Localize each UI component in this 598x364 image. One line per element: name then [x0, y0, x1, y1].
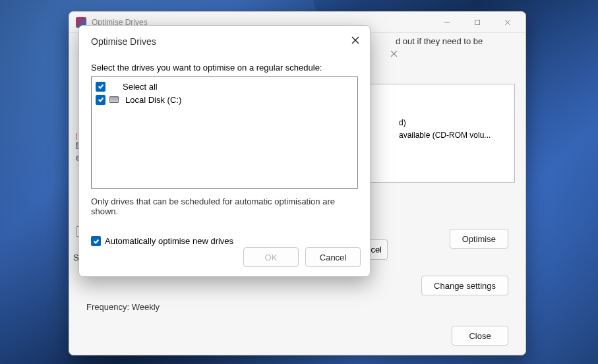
status-ok-fragment: d) [399, 118, 406, 127]
close-button[interactable] [493, 13, 523, 32]
select-all-label: Select all [123, 82, 158, 92]
cancel-button[interactable]: Cancel [305, 247, 361, 267]
select-all-checkbox[interactable] [96, 82, 105, 92]
frequency-text: Frequency: Weekly [86, 302, 160, 312]
hard-disk-icon [109, 96, 119, 103]
instruction-text: Select the drives you want to optimise o… [91, 63, 358, 73]
hint-text: Only drives that can be scheduled for au… [91, 197, 358, 216]
local-disk-item[interactable]: Local Disk (C:) [96, 93, 353, 106]
dialog-title: Optimise Drives [91, 36, 358, 47]
ok-button[interactable]: OK [243, 247, 299, 267]
local-disk-label: Local Disk (C:) [125, 95, 181, 105]
close-button-footer[interactable]: Close [452, 326, 508, 346]
optimise-button[interactable]: Optimise [450, 229, 508, 249]
drive-selection-list[interactable]: Select all Local Disk (C:) [91, 76, 358, 189]
status-cdrom-fragment: available (CD-ROM volu... [399, 131, 491, 140]
maximize-button[interactable] [462, 13, 493, 32]
cancel-label: Cancel [320, 253, 346, 262]
svg-rect-1 [475, 20, 480, 24]
close-icon[interactable] [347, 32, 363, 48]
minimize-button[interactable] [432, 13, 462, 32]
select-all-item[interactable]: Select all [96, 80, 353, 93]
auto-optimise-label: Automatically optimise new drives [105, 236, 233, 246]
optimise-drives-schedule-dialog: Optimise Drives Select the drives you wa… [78, 25, 371, 277]
change-settings-button[interactable]: Change settings [421, 276, 508, 295]
description-fragment-right: d out if they need to be [396, 36, 483, 46]
optimise-label: Optimise [462, 234, 496, 244]
intermediate-dialog-close-icon[interactable] [386, 46, 401, 61]
cancel-label-fragment: cel [371, 245, 382, 255]
close-label: Close [469, 331, 491, 341]
auto-optimise-checkbox[interactable] [91, 236, 101, 246]
ok-label: OK [265, 253, 278, 262]
local-disk-checkbox[interactable] [96, 95, 105, 105]
change-settings-label: Change settings [434, 281, 496, 291]
